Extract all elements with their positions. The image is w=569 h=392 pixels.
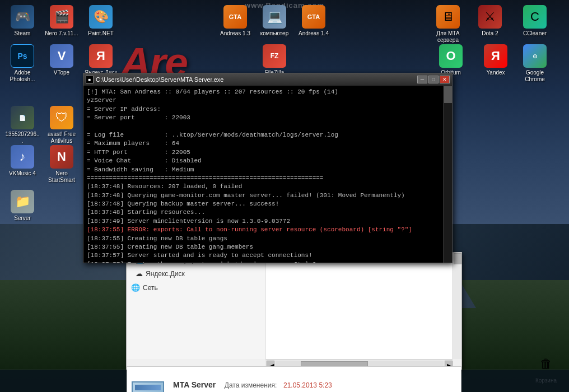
icon-yandex-label: Yandex xyxy=(486,69,505,76)
icon-gta14[interactable]: GTA Andreas 1.4 xyxy=(294,3,333,39)
icon-adobe-label: Adobe Photosh... xyxy=(5,69,40,83)
explorer-item-network-label: Сеть xyxy=(143,284,158,292)
server-icon-img: 📁 xyxy=(11,190,34,213)
icon-dota[interactable]: ⚔ Dota 2 xyxy=(470,3,510,39)
icon-steam[interactable]: 🎮 Steam xyxy=(3,3,42,39)
ccleaner-icon-img: C xyxy=(523,5,547,29)
file-info-panel: MTA Server Дата изменения: 21.05.2013 5:… xyxy=(127,366,461,392)
explorer-vertical-scrollbar[interactable] xyxy=(453,253,461,359)
cmd-maximize-button[interactable]: □ xyxy=(428,76,439,83)
icon-vkmusic-label: VKMusic 4 xyxy=(9,170,36,177)
icon-paint[interactable]: 🎨 Paint.NET xyxy=(81,3,120,39)
explorer-sidebar: 💾 Новый том (D:) ☁ Яндекс.Диск 🌐 Сеть xyxy=(127,253,265,359)
adobe-icon-img: Ps xyxy=(11,44,34,68)
icon-num[interactable]: 📄 1355207296... xyxy=(3,104,42,147)
icon-avast[interactable]: 🛡 avast! Free Antivirus xyxy=(42,104,81,147)
explorer-main-area xyxy=(265,253,453,359)
gta14-icon-img: GTA xyxy=(302,5,325,29)
icon-dota-label: Dota 2 xyxy=(482,30,498,37)
file-icon-titlebar xyxy=(135,385,161,390)
icon-vtope-label: VTope xyxy=(54,69,69,76)
cmd-scrollbar-thumb xyxy=(444,86,452,103)
vtope-icon-img: V xyxy=(50,44,73,68)
explorer-item-yandex-disk[interactable]: ☁ Яндекс.Диск xyxy=(127,267,265,281)
cmd-minimize-button[interactable]: ─ xyxy=(417,76,427,83)
icon-computer-label: компьютер xyxy=(260,30,288,37)
icon-gta14-label: Andreas 1.4 xyxy=(299,30,329,37)
icon-mta-server[interactable]: 🖥 Для МТА сервера xyxy=(428,3,468,46)
cmd-title-area: ■ C:\Users\User\Desktop\Server\MTA Serve… xyxy=(86,76,223,83)
icon-chrome[interactable]: ⊙ Google Chrome xyxy=(515,42,554,85)
explorer-item-yandex-disk-label: Яндекс.Диск xyxy=(146,270,185,278)
cmd-close-button[interactable]: ✕ xyxy=(440,76,450,83)
steam-icon-img: 🎮 xyxy=(11,5,34,29)
gta13-icon-img: GTA xyxy=(223,5,247,29)
mta-server-icon-img: 🖥 xyxy=(436,5,460,29)
icon-computer[interactable]: 💻 компьютер xyxy=(255,3,294,39)
cmd-controls: ─ □ ✕ xyxy=(417,76,450,83)
nero-icon-img: 🎬 xyxy=(50,5,73,29)
network-icon: 🌐 xyxy=(131,283,140,292)
chrome-icon-img: ⊙ xyxy=(523,44,547,68)
icon-steam-label: Steam xyxy=(15,30,31,37)
vkmusic-icon-img: ♪ xyxy=(11,145,34,169)
file-large-icon xyxy=(132,381,164,393)
icon-server-label: Server xyxy=(14,215,30,222)
num-icon-img: 📄 xyxy=(11,106,34,129)
icon-vtope[interactable]: V VTope xyxy=(42,42,81,78)
cmd-scrollbar[interactable] xyxy=(443,86,452,263)
icon-gta13[interactable]: GTA Andreas 1.3 xyxy=(216,3,255,39)
cmd-output: [!] MTA: San Andreas :: 0/64 players :: … xyxy=(83,86,452,263)
cmd-window: ■ C:\Users\User\Desktop\Server\MTA Serve… xyxy=(83,73,453,263)
file-name-text: MTA Server xyxy=(173,380,216,389)
cmd-titlebar: ■ C:\Users\User\Desktop\Server\MTA Serve… xyxy=(83,73,452,86)
cmd-window-icon: ■ xyxy=(86,76,94,83)
paint-icon-img: 🎨 xyxy=(89,5,113,29)
nero-start-icon-img: N xyxy=(50,145,73,169)
icon-nero-start-label: Nero StartSmart xyxy=(44,170,79,184)
icon-paint-label: Paint.NET xyxy=(88,30,114,37)
file-info-name: MTA Server Дата изменения: 21.05.2013 5:… xyxy=(173,377,332,392)
dota-icon-img: ⚔ xyxy=(478,5,502,29)
icon-nero-label: Nero 7.v.11... xyxy=(45,30,78,37)
explorer-item-network[interactable]: 🌐 Сеть xyxy=(127,281,265,295)
cmd-title-text: C:\Users\User\Desktop\Server\MTA Server.… xyxy=(96,76,223,83)
icon-nero-start[interactable]: N Nero StartSmart xyxy=(42,143,81,186)
icon-chrome-label: Google Chrome xyxy=(517,69,552,83)
icon-nero[interactable]: 🎬 Nero 7.v.11... xyxy=(42,3,81,39)
icon-ccleaner[interactable]: C CCleaner xyxy=(515,3,554,39)
explorer-vscroll-thumb xyxy=(454,253,461,264)
cmd-content-area: [!] MTA: San Andreas :: 0/64 players :: … xyxy=(83,86,452,263)
yandex-icon-img: Я xyxy=(484,44,507,68)
explorer-window: 💾 Новый том (D:) ☁ Яндекс.Диск 🌐 Сеть ◄ xyxy=(126,252,462,370)
icon-gta13-label: Andreas 1.3 xyxy=(220,30,250,37)
file-date-modified-label: Дата изменения: xyxy=(225,381,277,389)
filezilla-icon-img: FZ xyxy=(263,44,286,68)
icon-yandex[interactable]: Я Yandex xyxy=(476,42,515,78)
avast-icon-img: 🛡 xyxy=(50,106,73,129)
icon-adobe[interactable]: Ps Adobe Photosh... xyxy=(3,42,42,85)
computer-icon-img: 💻 xyxy=(263,5,286,29)
file-info-details: MTA Server Дата изменения: 21.05.2013 5:… xyxy=(173,377,332,392)
orbitum-icon-img: O xyxy=(439,44,463,68)
file-date-modified-value: 21.05.2013 5:23 xyxy=(283,381,332,389)
desktop: www.Bandicam.com Are 🎮 Steam 🎬 Nero 7.v.… xyxy=(0,0,569,392)
file-icon-large-container xyxy=(132,381,166,393)
yandex-disk-icon-img: Я xyxy=(89,44,113,68)
yandex-disk-folder-icon: ☁ xyxy=(136,269,143,278)
icon-ccleaner-label: CCleaner xyxy=(523,30,547,37)
icon-server[interactable]: 📁 Server xyxy=(3,188,42,224)
icon-vkmusic[interactable]: ♪ VKMusic 4 xyxy=(3,143,42,179)
